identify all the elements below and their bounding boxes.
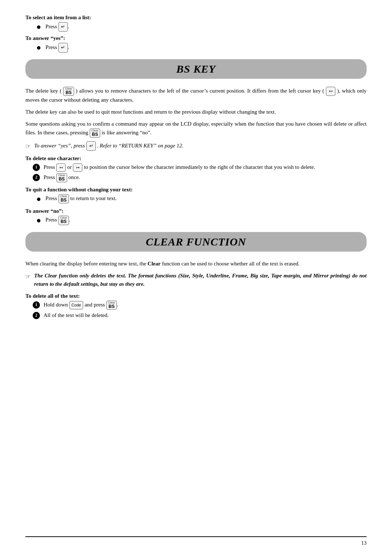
- step-num-1: 1: [33, 164, 40, 171]
- select-heading: To select an item from a list:: [25, 15, 367, 21]
- answer-no-bullet-item: ● Press Clear BS .: [25, 216, 367, 225]
- step-num-4: 2: [33, 312, 40, 319]
- clear-function-title: CLEAR FUNCTION: [33, 236, 359, 248]
- delete-char-step1-content: Press ↤ or ↦ to position the cursor belo…: [44, 163, 367, 172]
- answer-yes-bullet-content: Press ↵.: [45, 43, 367, 52]
- delete-all-step2-content: All of the text will be deleted.: [44, 311, 367, 320]
- clear-note-content: The Clear function only deletes the text…: [34, 272, 367, 289]
- quit-heading: To quit a function without changing your…: [25, 187, 367, 193]
- quit-list: ● Press Clear BS to return to your text.: [25, 194, 367, 204]
- answer-yes-bullet-list: ● Press ↵.: [25, 43, 367, 52]
- delete-char-step2-content: Press Clear BS once.: [44, 173, 367, 182]
- bs-key-inline-4: Clear BS: [58, 194, 69, 203]
- quit-bullet-content: Press Clear BS to return to your text.: [45, 194, 367, 203]
- note-content-1: To answer “yes”, press ↵ . Refer to “RET…: [34, 141, 367, 151]
- delete-char-list: 1 Press ↤ or ↦ to position the cursor be…: [25, 163, 367, 182]
- delete-all-step1: 1 Hold down Code and press Clear BS .: [25, 301, 367, 310]
- return-key-2: ↵: [58, 43, 68, 52]
- bullet-dot-2: ●: [36, 43, 41, 52]
- delete-char-heading: To delete one character:: [25, 155, 367, 162]
- bs-key-inline-6: Clear BS: [106, 301, 117, 310]
- code-key: Code: [69, 301, 83, 309]
- note-icon-1: ☞: [25, 142, 30, 151]
- delete-char-step1: 1 Press ↤ or ↦ to position the cursor be…: [25, 163, 367, 172]
- answer-no-list: ● Press Clear BS .: [25, 216, 367, 225]
- bs-key-inline-2: Clear BS: [90, 129, 100, 138]
- answer-no-heading: To answer “no”:: [25, 208, 367, 214]
- page-footer: 13: [25, 536, 367, 546]
- bs-key-note: ☞ To answer “yes”, press ↵ . Refer to “R…: [25, 141, 367, 151]
- clear-function-header: CLEAR FUNCTION: [25, 232, 367, 252]
- bs-key-header: BS KEY: [25, 59, 367, 79]
- select-bullet-list: ● Press ↵.: [25, 22, 367, 32]
- bs-key-inline-1: Clear BS: [63, 87, 74, 96]
- step-num-3: 1: [33, 301, 40, 309]
- delete-char-step2: 2 Press Clear BS once.: [25, 173, 367, 182]
- select-press-label: Press: [45, 24, 57, 29]
- bs-key-para2: The delete key can also be used to quit …: [25, 108, 367, 116]
- quit-bullet-item: ● Press Clear BS to return to your text.: [25, 194, 367, 204]
- answer-yes-press-label: Press: [45, 44, 57, 50]
- bs-key-inline-5: Clear BS: [58, 216, 69, 225]
- bullet-dot-3: ●: [36, 194, 41, 204]
- clear-bold: Clear: [148, 261, 161, 267]
- return-key-1: ↵: [58, 22, 68, 32]
- bs-key-para1: The delete key ( Clear BS ) allows you t…: [25, 87, 367, 104]
- clear-function-note: ☞ The Clear function only deletes the te…: [25, 272, 367, 289]
- answer-yes-bullet-item: ● Press ↵.: [25, 43, 367, 52]
- return-key-note: ↵: [86, 141, 96, 151]
- bs-key-title: BS KEY: [33, 63, 359, 75]
- select-bullet-content: Press ↵.: [45, 22, 367, 32]
- bs-key-inline-3: Clear BS: [56, 173, 67, 182]
- footer-line: [25, 536, 367, 537]
- delete-all-heading: To delete all of the text:: [25, 293, 367, 299]
- answer-no-bullet-content: Press Clear BS .: [45, 216, 367, 225]
- top-section: To select an item from a list: ● Press ↵…: [25, 15, 367, 53]
- clear-function-para1: When clearing the display before enterin…: [25, 260, 367, 268]
- note-icon-2: ☞: [25, 272, 30, 281]
- step-num-2: 2: [33, 174, 40, 181]
- delete-all-list: 1 Hold down Code and press Clear BS . 2 …: [25, 301, 367, 320]
- right-arrow-key: ↦: [73, 163, 82, 172]
- left-cursor-key: ↤: [326, 87, 335, 96]
- bullet-dot-4: ●: [36, 216, 41, 225]
- bullet-dot: ●: [36, 22, 41, 32]
- delete-all-step1-content: Hold down Code and press Clear BS .: [44, 301, 367, 310]
- page-number: 13: [25, 540, 367, 546]
- answer-yes-heading: To answer “yes”:: [25, 35, 367, 41]
- bs-key-para3: Some questions asking you to confirm a c…: [25, 120, 367, 137]
- delete-all-step2: 2 All of the text will be deleted.: [25, 311, 367, 320]
- select-bullet-item: ● Press ↵.: [25, 22, 367, 32]
- left-arrow-key: ↤: [56, 163, 66, 172]
